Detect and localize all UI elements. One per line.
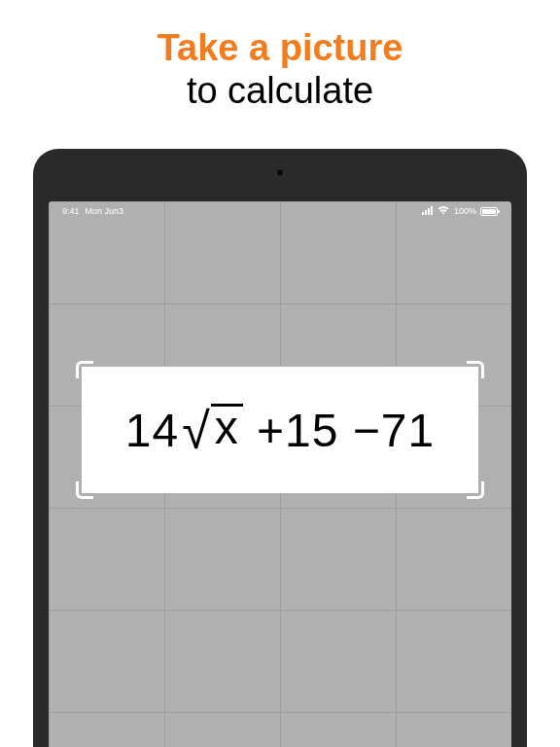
eq-term-3: −71 — [353, 404, 435, 457]
eq-term-2: +15 — [243, 404, 353, 457]
captured-expression: 14√x +15 −71 — [82, 367, 478, 493]
capture-frame[interactable]: 14√x +15 −71 — [82, 367, 478, 493]
status-date: Mon Jun3 — [86, 206, 124, 216]
tablet-frame: 9:41 Mon Jun3 100% 14√x +15 −71 — [33, 149, 527, 747]
signal-icon — [422, 207, 433, 215]
status-right: 100% — [422, 205, 498, 217]
battery-percent: 100% — [454, 206, 476, 216]
camera-screen: 9:41 Mon Jun3 100% 14√x +15 −71 — [49, 201, 511, 747]
wifi-icon — [437, 205, 450, 217]
eq-term-1: 14 — [125, 404, 179, 457]
headline-sub: to calculate — [0, 70, 560, 113]
battery-icon — [480, 207, 498, 216]
status-left: 9:41 Mon Jun3 — [62, 206, 123, 216]
status-bar: 9:41 Mon Jun3 100% — [49, 201, 511, 221]
device-camera-dot — [276, 168, 285, 177]
sqrt-symbol: √x — [179, 401, 243, 460]
status-time: 9:41 — [62, 206, 80, 216]
marketing-headline: Take a picture to calculate — [0, 0, 560, 131]
headline-accent: Take a picture — [0, 27, 560, 70]
